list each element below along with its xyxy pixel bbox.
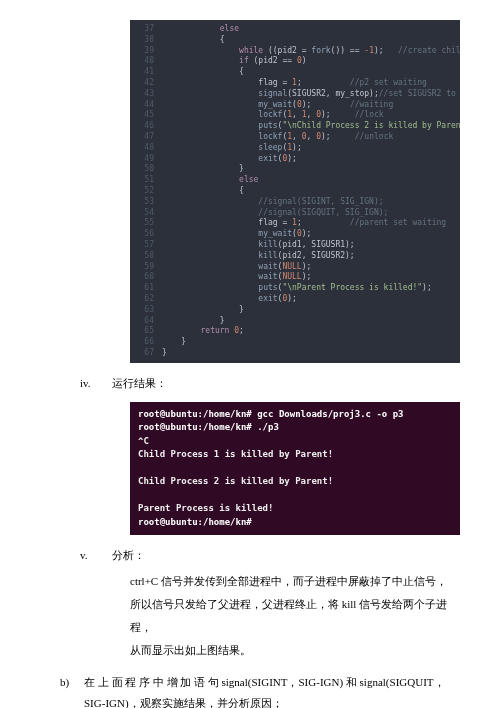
marker-b: b)	[60, 672, 84, 708]
term-l4: Child Process 1 is killed by Parent!	[138, 449, 333, 459]
label-v: 分析：	[112, 545, 460, 566]
analysis-p1: ctrl+C 信号并发传到全部进程中，而子进程中屏蔽掉了中止信号，	[130, 570, 460, 593]
term-l3: ^C	[138, 436, 149, 446]
item-b: b) 在 上 面 程 序 中 增 加 语 句 signal(SIGINT，SIG…	[60, 672, 460, 708]
term-l8: Parent Process is killed!	[138, 503, 273, 513]
analysis-p3: 从而显示出如上图结果。	[130, 639, 460, 662]
marker-v: v.	[80, 545, 112, 566]
marker-iv: iv.	[80, 373, 112, 394]
term-l9: root@ubuntu:/home/kn#	[138, 517, 252, 527]
b-l2: SIG-IGN)，观察实施结果，并分析原因；	[84, 697, 283, 708]
item-v: v. 分析：	[80, 545, 460, 566]
text-b: 在 上 面 程 序 中 增 加 语 句 signal(SIGINT，SIG-IG…	[84, 672, 460, 708]
analysis-p2: 所以信号只发给了父进程，父进程终止，将 kill 信号发给两个子进程，	[130, 593, 460, 639]
term-l1: root@ubuntu:/home/kn# gcc Downloads/proj…	[138, 409, 404, 419]
b-l1: 在 上 面 程 序 中 增 加 语 句 signal(SIGINT，SIG-IG…	[84, 676, 445, 688]
item-iv: iv. 运行结果：	[80, 373, 460, 394]
code-editor: 37 else 38 { 39 while ((pid2 = fork()) =…	[130, 20, 460, 363]
term-l6: Child Process 2 is killed by Parent!	[138, 476, 333, 486]
terminal-output: root@ubuntu:/home/kn# gcc Downloads/proj…	[130, 402, 460, 536]
label-iv: 运行结果：	[112, 373, 460, 394]
term-l2: root@ubuntu:/home/kn# ./p3	[138, 422, 279, 432]
